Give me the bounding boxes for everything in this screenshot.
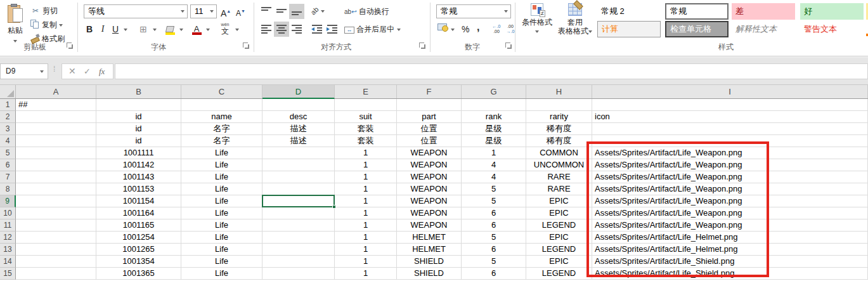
fill-color-button[interactable]	[164, 22, 176, 37]
style-explain[interactable]: 解释性文本	[732, 21, 795, 37]
row-header-11[interactable]: 11	[0, 219, 16, 232]
cell-G8[interactable]: 5	[462, 183, 526, 195]
cell-H4[interactable]: 稀有度	[526, 135, 592, 147]
cell-B11[interactable]: 1001165	[96, 219, 181, 232]
align-right-button[interactable]	[289, 22, 304, 37]
cell-D6[interactable]	[262, 159, 335, 171]
cell-A3[interactable]	[16, 123, 96, 135]
fill-handle[interactable]	[332, 205, 336, 209]
cell-F9[interactable]: WEAPON	[397, 195, 462, 207]
cell-E14[interactable]: 1	[335, 256, 397, 268]
cell-A6[interactable]	[16, 159, 96, 171]
format-as-table-button[interactable]: 套用 表格格式	[557, 3, 593, 42]
cell-C1[interactable]	[181, 99, 262, 111]
cancel-button[interactable]: ✕	[68, 64, 76, 79]
cell-I2[interactable]: icon	[592, 111, 868, 123]
cell-A12[interactable]	[16, 232, 96, 244]
cell-F13[interactable]: HELMET	[397, 244, 462, 256]
cell-H9[interactable]: EPIC	[526, 195, 592, 207]
row-header-15[interactable]: 15	[0, 268, 16, 280]
cell-H7[interactable]: RARE	[526, 171, 592, 183]
style-bad[interactable]: 差	[732, 3, 795, 20]
cell-A13[interactable]	[16, 244, 96, 256]
column-header-H[interactable]: H	[526, 85, 592, 98]
cell-C4[interactable]: 名字	[181, 135, 262, 147]
font-color-button[interactable]: A	[190, 22, 203, 37]
cell-D13[interactable]	[262, 244, 335, 256]
phonetic-button[interactable]: wén文	[218, 22, 232, 37]
shrink-font-button[interactable]: A▼	[236, 4, 245, 18]
row-header-10[interactable]: 10	[0, 207, 16, 219]
cell-F10[interactable]: WEAPON	[397, 207, 462, 219]
column-header-F[interactable]: F	[397, 85, 462, 98]
clipboard-dialog-launcher[interactable]	[67, 42, 74, 49]
cell-G14[interactable]: 5	[462, 256, 526, 268]
cell-B5[interactable]: 1001111	[96, 147, 181, 159]
cell-G10[interactable]: 6	[462, 207, 526, 219]
cell-C7[interactable]: Life	[181, 171, 262, 183]
row-header-8[interactable]: 8	[0, 183, 16, 195]
cell-I3[interactable]	[592, 123, 868, 135]
style-calc[interactable]: 计算	[597, 21, 661, 37]
cell-I1[interactable]	[592, 99, 868, 111]
cell-D5[interactable]	[262, 147, 335, 159]
cell-D11[interactable]	[262, 219, 335, 232]
comma-button[interactable]: ,	[477, 20, 479, 34]
cell-A7[interactable]	[16, 171, 96, 183]
cell-B4[interactable]: id	[96, 135, 181, 147]
cell-G9[interactable]: 5	[462, 195, 526, 207]
cell-F8[interactable]: WEAPON	[397, 183, 462, 195]
cell-E8[interactable]: 1	[335, 183, 397, 195]
cell-B15[interactable]: 1001365	[96, 268, 181, 280]
row-header-2[interactable]: 2	[0, 111, 16, 123]
align-middle-button[interactable]	[274, 4, 289, 19]
cell-F4[interactable]: 位置	[397, 135, 462, 147]
column-header-G[interactable]: G	[462, 85, 526, 98]
cell-E10[interactable]: 1	[335, 207, 397, 219]
cell-C14[interactable]: Life	[181, 256, 262, 268]
underline-button[interactable]: U	[110, 22, 120, 37]
cell-A2[interactable]	[16, 111, 96, 123]
cell-C9[interactable]: Life	[181, 195, 262, 207]
cell-E7[interactable]: 1	[335, 171, 397, 183]
cell-B9[interactable]: 1001154	[96, 195, 181, 207]
cell-G11[interactable]: 6	[462, 219, 526, 232]
formula-input[interactable]	[115, 63, 868, 79]
cell-F1[interactable]	[397, 99, 462, 111]
column-header-B[interactable]: B	[96, 85, 181, 98]
cell-B2[interactable]: id	[96, 111, 181, 123]
number-dialog-launcher[interactable]	[505, 42, 512, 49]
accounting-format-button[interactable]	[437, 22, 455, 36]
alignment-dialog-launcher[interactable]	[419, 42, 426, 49]
formula-bar-drag-handle[interactable]: ⁞	[53, 65, 55, 74]
column-header-A[interactable]: A	[16, 85, 96, 98]
column-header-D[interactable]: D	[262, 85, 335, 99]
cell-H14[interactable]: EPIC	[526, 256, 592, 268]
cell-H11[interactable]: LEGEND	[526, 219, 592, 232]
cell-B1[interactable]	[96, 99, 181, 111]
cell-A15[interactable]	[16, 268, 96, 280]
cell-E9[interactable]: 1	[335, 195, 397, 207]
cell-F12[interactable]: HELMET	[397, 232, 462, 244]
align-top-button[interactable]	[259, 4, 274, 19]
cell-F7[interactable]: WEAPON	[397, 171, 462, 183]
cell-C13[interactable]: Life	[181, 244, 262, 256]
cell-B12[interactable]: 1001254	[96, 232, 181, 244]
cell-D1[interactable]	[262, 99, 335, 111]
style-warning[interactable]: 警告文本	[800, 21, 864, 37]
cell-F11[interactable]: WEAPON	[397, 219, 462, 232]
cell-F6[interactable]: WEAPON	[397, 159, 462, 171]
borders-button[interactable]: ⊞	[137, 22, 150, 37]
name-box[interactable]: D9	[0, 63, 48, 79]
cell-E6[interactable]: 1	[335, 159, 397, 171]
cell-B8[interactable]: 1001153	[96, 183, 181, 195]
cell-D4[interactable]: 描述	[262, 135, 335, 147]
number-format-combo[interactable]: 常规	[436, 4, 511, 18]
cell-C5[interactable]: Life	[181, 147, 262, 159]
cell-A14[interactable]	[16, 256, 96, 268]
cell-E4[interactable]: 套装	[335, 135, 397, 147]
cell-C12[interactable]: Life	[181, 232, 262, 244]
cell-G13[interactable]: 6	[462, 244, 526, 256]
copy-button[interactable]: 复制	[30, 18, 63, 32]
cell-A1[interactable]: ##	[16, 99, 96, 111]
